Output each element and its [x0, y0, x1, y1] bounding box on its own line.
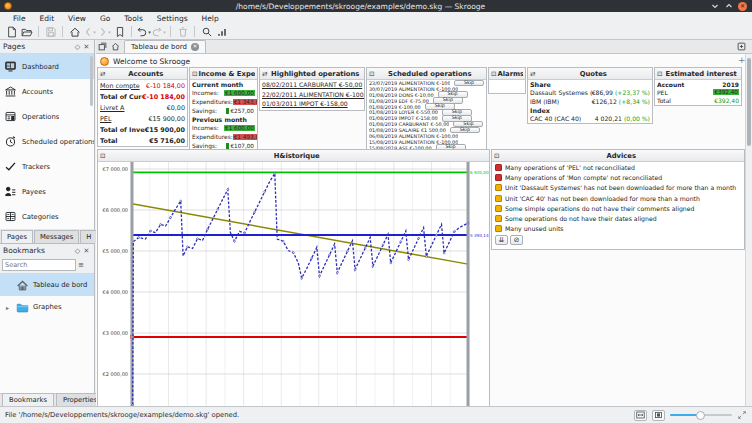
- menu-help[interactable]: Help: [195, 13, 226, 24]
- sidebar-tab-bookmarks[interactable]: Bookmarks: [2, 393, 54, 406]
- alarms-widget-header[interactable]: ⊡ Alarms: [489, 68, 525, 80]
- home-icon[interactable]: [67, 25, 82, 38]
- advice-row[interactable]: Some simple operations do not have their…: [492, 203, 744, 213]
- historique-widget-header[interactable]: ⊡ H&istorique: [98, 150, 489, 162]
- close-panel-icon[interactable]: ✕: [82, 42, 91, 51]
- account-name[interactable]: Livret A: [100, 104, 167, 112]
- widget-menu-icon[interactable]: ⇄: [530, 70, 535, 78]
- dock-tab-pages[interactable]: Pages: [1, 230, 33, 243]
- tab-home-icon[interactable]: [109, 40, 122, 52]
- advice-row[interactable]: Many unused units: [492, 224, 744, 234]
- dismiss-advice-icon[interactable]: ⊘: [510, 235, 523, 245]
- quote-name-link[interactable]: CAC 40 (CAC 40): [530, 115, 595, 122]
- menu-tools[interactable]: Tools: [117, 13, 149, 24]
- advice-row[interactable]: Unit 'Dassault Systemes' has not been do…: [492, 183, 744, 193]
- menu-edit[interactable]: Edit: [33, 13, 62, 24]
- scheduled-widget-header[interactable]: ⊡ Scheduled operations: [367, 68, 486, 80]
- close-panel-icon[interactable]: ✕: [82, 246, 91, 255]
- float-panel-icon[interactable]: ◇: [73, 246, 82, 255]
- bookmark-icon[interactable]: [112, 25, 127, 38]
- menu-go[interactable]: Go: [93, 13, 117, 24]
- search-icon[interactable]: [199, 25, 214, 38]
- pages-scrollbar[interactable]: [90, 56, 93, 106]
- save-icon[interactable]: [43, 25, 58, 38]
- highlighted-operation-link[interactable]: 01/03/2011 IMPOT €-158,00: [260, 99, 364, 109]
- accounts-widget-header[interactable]: ⇄ Accounts: [98, 68, 187, 80]
- advice-row[interactable]: Many operations of 'Mon compte' not reco…: [492, 172, 744, 182]
- filter-icon[interactable]: ≡: [78, 261, 84, 269]
- menu-file[interactable]: File: [6, 13, 33, 24]
- interest-widget-header[interactable]: ⊡ Estimated interest: [655, 68, 741, 80]
- bookmark-tableau-de-bord[interactable]: Tableau de bord: [0, 274, 94, 296]
- sidebar-item-trackers[interactable]: Trackers: [0, 154, 94, 179]
- zoom-slider-handle[interactable]: [696, 411, 705, 420]
- widget-menu-icon[interactable]: ⊡: [192, 70, 197, 78]
- maximize-icon[interactable]: [724, 2, 733, 11]
- dashboard-scrollbar[interactable]: [745, 54, 752, 406]
- new-document-icon[interactable]: [4, 25, 19, 38]
- interest-row: Total€392,40: [655, 96, 741, 104]
- dock-tab-messages[interactable]: Messages: [34, 230, 79, 243]
- expander-icon[interactable]: ▸: [6, 304, 12, 311]
- advice-severity-icon: [495, 195, 502, 202]
- widget-menu-icon[interactable]: ⇄: [100, 70, 105, 78]
- tab-close-icon[interactable]: ✕: [191, 43, 199, 51]
- overview-icon[interactable]: [96, 40, 109, 52]
- highlighted-operation-link[interactable]: 22/02/2011 ALIMENTATION €-100,00: [260, 90, 364, 100]
- go-forward-icon[interactable]: ▾: [97, 25, 112, 38]
- go-back-icon[interactable]: ▾: [82, 25, 97, 38]
- report-chart-icon[interactable]: [214, 25, 229, 38]
- quote-name-link[interactable]: IBM (IBM): [530, 98, 592, 105]
- scrollbar-thumb[interactable]: [747, 58, 751, 146]
- advice-row[interactable]: Unit 'CAC 40' has not been downloaded fo…: [492, 193, 744, 203]
- widget-menu-icon[interactable]: ⊡: [657, 70, 662, 78]
- advice-severity-icon: [495, 205, 502, 212]
- widget-menu-icon[interactable]: ⊡: [494, 152, 499, 160]
- highlighted-operation-link[interactable]: 08/02/2011 CARBURANT €-50,00: [260, 80, 364, 90]
- open-folder-icon[interactable]: [19, 25, 34, 38]
- zoom-slider[interactable]: [670, 410, 732, 421]
- advice-row[interactable]: Many operations of 'PEL' not reconciliat…: [492, 162, 744, 172]
- bookmark-graphes[interactable]: ▸Graphes: [0, 296, 94, 318]
- tab-tableau-de-bord[interactable]: Tableau de bord ✕: [124, 40, 206, 53]
- advices-widget-header[interactable]: ⊡ Advices: [492, 150, 744, 162]
- undo-icon[interactable]: ▾: [136, 25, 151, 38]
- income-widget-header[interactable]: ⊡ Income & Expenditure: [190, 68, 257, 80]
- expand-statusbar-icon[interactable]: [737, 410, 747, 420]
- menu-view[interactable]: View: [61, 13, 93, 24]
- widget-menu-icon[interactable]: ⊡: [100, 152, 105, 160]
- search-input[interactable]: [2, 259, 76, 271]
- sidebar-item-scheduled-operations[interactable]: Scheduled operations: [0, 129, 94, 154]
- widget-menu-icon[interactable]: ⊡: [369, 70, 374, 78]
- sidebar-item-payees[interactable]: Payees: [0, 179, 94, 204]
- highlighted-widget-header[interactable]: ⇄ Highlighted operations: [260, 68, 364, 80]
- dock-tab-h[interactable]: H: [80, 230, 97, 243]
- quote-name-link[interactable]: Dassault Systemes (DASTY): [530, 89, 592, 96]
- new-tab-icon[interactable]: [735, 40, 748, 52]
- minimize-icon[interactable]: [710, 2, 719, 11]
- account-name[interactable]: Mon compte: [100, 82, 146, 90]
- zoom-fit-icon[interactable]: [634, 410, 647, 421]
- expand-advices-icon[interactable]: ⇊: [495, 235, 508, 245]
- quotes-widget-header[interactable]: ⇄ Quotes: [528, 68, 652, 80]
- delete-icon[interactable]: [175, 25, 190, 38]
- sidebar-item-dashboard[interactable]: Dashboard: [0, 54, 94, 79]
- sidebar-item-operations[interactable]: Operations: [0, 104, 94, 129]
- widget-menu-icon[interactable]: ⊡: [491, 70, 496, 78]
- advice-text: Many operations of 'PEL' not reconciliat…: [505, 164, 635, 171]
- advice-text: Many operations of 'Mon compte' not reco…: [505, 174, 662, 181]
- widget-menu-icon[interactable]: ⇄: [262, 70, 267, 78]
- menu-settings[interactable]: Settings: [150, 13, 195, 24]
- interest-account: Total: [657, 97, 714, 104]
- redo-icon[interactable]: ▾: [151, 25, 166, 38]
- account-row: PEL€15 900,00: [98, 113, 187, 124]
- float-panel-icon[interactable]: ◇: [73, 42, 82, 51]
- sidebar-item-categories[interactable]: Categories: [0, 204, 94, 229]
- sidebar-item-accounts[interactable]: Accounts: [0, 79, 94, 104]
- add-widget-icon[interactable]: +: [738, 55, 745, 65]
- close-icon[interactable]: ✕: [738, 2, 747, 11]
- account-name[interactable]: PEL: [100, 115, 148, 123]
- advice-row[interactable]: Some operations do not have their dates …: [492, 213, 744, 223]
- zoom-original-icon[interactable]: [652, 410, 665, 421]
- skip-button[interactable]: Skip: [454, 80, 484, 87]
